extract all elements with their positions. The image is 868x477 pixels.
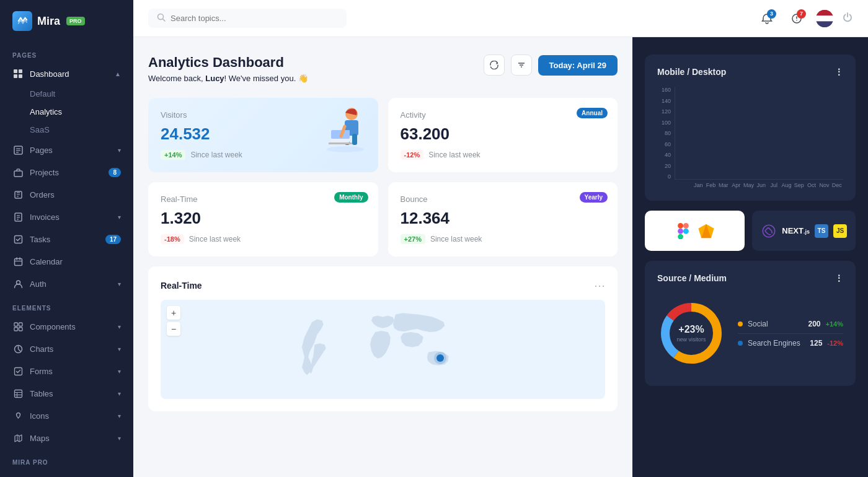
search-label: Search Engines xyxy=(748,339,800,348)
mobile-desktop-chart-area: 0 20 40 60 80 100 120 140 160 xyxy=(657,87,843,188)
activity-card: Annual Activity 63.200 -12% Since last w… xyxy=(388,98,618,172)
sidebar-item-tables[interactable]: Tables ▾ xyxy=(0,382,133,405)
svg-line-33 xyxy=(163,19,166,22)
elements-section-label: ELEMENTS xyxy=(0,295,133,315)
sidebar-item-orders[interactable]: Orders xyxy=(0,183,133,206)
notifications-btn[interactable]: 3 xyxy=(756,8,777,29)
filter-button[interactable] xyxy=(511,55,532,76)
figma-icon xyxy=(675,223,691,239)
source-row-social: Social 200 +14% xyxy=(738,315,843,334)
sidebar-item-icons[interactable]: Icons ▾ xyxy=(0,405,133,427)
realtime-period: Since last week xyxy=(189,235,241,243)
sidebar-item-forms[interactable]: Forms ▾ xyxy=(0,360,133,382)
bell-btn[interactable]: 7 xyxy=(786,8,807,29)
bell-badge: 7 xyxy=(797,9,806,19)
activity-period: Since last week xyxy=(428,151,480,159)
pro-badge: PRO xyxy=(66,17,85,25)
refresh-button[interactable] xyxy=(484,55,505,76)
auth-icon xyxy=(12,278,24,289)
svg-rect-1 xyxy=(19,69,22,73)
realtime-footer: -18% Since last week xyxy=(161,234,366,244)
svg-rect-52 xyxy=(678,223,683,229)
right-panel: Mobile / Desktop ⋮ 0 20 40 60 80 100 120… xyxy=(632,37,868,477)
map-more-btn[interactable]: ⋯ xyxy=(594,279,605,292)
sidebar-maps-label: Maps xyxy=(30,434,112,443)
search-input[interactable] xyxy=(170,14,338,23)
sidebar-item-components[interactable]: Components ▾ xyxy=(0,315,133,338)
svg-rect-2 xyxy=(14,74,17,78)
sidebar-item-invoices[interactable]: Invoices ▾ xyxy=(0,206,133,228)
source-medium-more[interactable]: ⋮ xyxy=(835,273,843,283)
x-aug: Aug xyxy=(780,182,792,188)
sidebar-components-label: Components xyxy=(30,322,112,331)
x-sep: Sep xyxy=(793,182,805,188)
search-wrapper[interactable] xyxy=(148,9,347,28)
chevron-icons-icon: ▾ xyxy=(118,413,121,419)
y-label-100: 100 xyxy=(657,120,671,126)
sidebar-calendar-label: Calendar xyxy=(30,257,121,266)
forms-icon xyxy=(12,365,24,377)
bounce-title: Bounce xyxy=(401,195,606,204)
svg-rect-38 xyxy=(816,15,833,21)
search-icon xyxy=(157,13,166,24)
language-flag[interactable] xyxy=(816,10,833,27)
x-feb: Feb xyxy=(704,182,717,188)
date-button[interactable]: Today: April 29 xyxy=(538,55,618,76)
power-button[interactable] xyxy=(842,11,853,25)
components-icon xyxy=(12,321,24,332)
svg-rect-20 xyxy=(14,323,18,326)
topbar-right: 3 7 xyxy=(756,8,853,29)
x-jul: Jul xyxy=(768,182,780,188)
realtime-map-card: Real-Time ⋯ + − xyxy=(148,266,618,411)
mira-pro-label: MIRA PRO xyxy=(0,449,133,470)
chevron-pages-icon: ▾ xyxy=(118,147,121,154)
sidebar-sub-saas[interactable]: SaaS xyxy=(30,121,133,139)
mobile-desktop-label: Mobile / Desktop xyxy=(657,67,726,77)
svg-rect-15 xyxy=(14,258,22,265)
svg-rect-8 xyxy=(14,171,22,177)
sidebar-sub-default[interactable]: Default xyxy=(30,85,133,103)
x-mar: Mar xyxy=(717,182,730,188)
sidebar-item-calendar[interactable]: Calendar xyxy=(0,250,133,273)
notifications-badge: 3 xyxy=(767,9,776,19)
sidebar-item-auth[interactable]: Auth ▾ xyxy=(0,273,133,295)
y-label-60: 60 xyxy=(657,141,671,147)
y-label-160: 160 xyxy=(657,87,671,93)
x-jun: Jun xyxy=(755,182,768,188)
main-content: 3 7 Analytics Dashboard Welcome back, Lu… xyxy=(133,0,868,477)
mobile-desktop-more[interactable]: ⋮ xyxy=(835,67,843,77)
map-location-dot xyxy=(436,354,444,362)
sidebar-item-charts[interactable]: Charts ▾ xyxy=(0,338,133,360)
visitors-change: +14% xyxy=(161,150,185,160)
bars-wrapper: Jan Feb Mar Apr May Jun Jul Aug Sep Oct … xyxy=(675,87,843,188)
search-value: 125 xyxy=(810,339,822,348)
svg-rect-50 xyxy=(329,142,352,144)
sidebar-item-maps[interactable]: Maps ▾ xyxy=(0,427,133,449)
realtime-change: -18% xyxy=(161,234,184,244)
sidebar-item-dashboard[interactable]: Dashboard ▲ xyxy=(0,63,133,85)
orders-icon xyxy=(12,189,24,200)
redux-next-card: NEXT.js TS JS xyxy=(752,211,856,251)
dark-x-labels: Jan Feb Mar Apr May Jun Jul Aug Sep Oct … xyxy=(692,182,843,188)
social-change: +14% xyxy=(826,320,843,328)
sidebar-item-projects[interactable]: Projects 8 xyxy=(0,161,133,183)
x-oct: Oct xyxy=(805,182,818,188)
sidebar-tasks-label: Tasks xyxy=(30,235,99,244)
social-values: 200 +14% xyxy=(808,320,843,328)
sidebar-item-tasks[interactable]: Tasks 17 xyxy=(0,228,133,250)
activity-value: 63.200 xyxy=(401,125,606,144)
social-value: 200 xyxy=(808,320,821,328)
chevron-charts-icon: ▾ xyxy=(118,346,121,352)
visitors-period: Since last week xyxy=(190,151,242,159)
sidebar-projects-label: Projects xyxy=(30,168,102,177)
sidebar-sub-analytics[interactable]: Analytics xyxy=(30,103,133,121)
sidebar-charts-label: Charts xyxy=(30,344,112,354)
sidebar-item-pages[interactable]: Pages ▾ xyxy=(0,139,133,161)
realtime-value: 1.320 xyxy=(161,209,366,228)
map-title-row: Real-Time ⋯ xyxy=(161,279,605,292)
javascript-badge: JS xyxy=(833,224,847,238)
chevron-icon: ▲ xyxy=(115,71,121,77)
chevron-invoices-icon: ▾ xyxy=(118,214,121,221)
x-apr: Apr xyxy=(730,182,742,188)
chevron-components-icon: ▾ xyxy=(118,323,121,330)
